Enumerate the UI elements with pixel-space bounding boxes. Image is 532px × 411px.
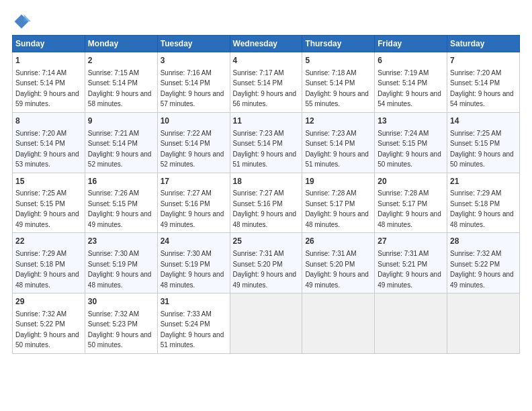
day-cell bbox=[230, 293, 302, 354]
col-header-thursday: Thursday bbox=[302, 36, 375, 52]
day-detail: Sunrise: 7:19 AMSunset: 5:14 PMDaylight:… bbox=[378, 69, 441, 108]
week-row-5: 29Sunrise: 7:32 AMSunset: 5:22 PMDayligh… bbox=[13, 293, 520, 354]
day-cell: 16Sunrise: 7:26 AMSunset: 5:15 PMDayligh… bbox=[85, 173, 157, 233]
day-cell: 13Sunrise: 7:24 AMSunset: 5:15 PMDayligh… bbox=[375, 112, 447, 173]
day-detail: Sunrise: 7:27 AMSunset: 5:16 PMDaylight:… bbox=[233, 189, 297, 228]
day-detail: Sunrise: 7:20 AMSunset: 5:14 PMDaylight:… bbox=[15, 130, 79, 169]
day-cell: 6Sunrise: 7:19 AMSunset: 5:14 PMDaylight… bbox=[375, 52, 447, 113]
logo-icon bbox=[12, 12, 31, 31]
day-cell: 31Sunrise: 7:33 AMSunset: 5:24 PMDayligh… bbox=[157, 293, 230, 354]
day-cell: 22Sunrise: 7:29 AMSunset: 5:18 PMDayligh… bbox=[13, 233, 85, 293]
day-cell: 3Sunrise: 7:16 AMSunset: 5:14 PMDaylight… bbox=[157, 52, 230, 113]
calendar-page: SundayMondayTuesdayWednesdayThursdayFrid… bbox=[0, 0, 532, 411]
day-number: 16 bbox=[88, 176, 154, 187]
day-cell: 15Sunrise: 7:25 AMSunset: 5:15 PMDayligh… bbox=[13, 173, 85, 233]
day-cell: 28Sunrise: 7:32 AMSunset: 5:22 PMDayligh… bbox=[447, 233, 520, 293]
day-number: 30 bbox=[88, 296, 154, 308]
day-cell: 29Sunrise: 7:32 AMSunset: 5:22 PMDayligh… bbox=[13, 293, 85, 354]
col-header-saturday: Saturday bbox=[447, 36, 520, 52]
day-cell: 5Sunrise: 7:18 AMSunset: 5:14 PMDaylight… bbox=[302, 52, 375, 113]
day-number: 13 bbox=[378, 116, 444, 127]
day-number: 1 bbox=[15, 55, 82, 66]
day-cell: 26Sunrise: 7:31 AMSunset: 5:20 PMDayligh… bbox=[302, 233, 375, 293]
day-cell: 14Sunrise: 7:25 AMSunset: 5:15 PMDayligh… bbox=[447, 112, 520, 173]
day-number: 21 bbox=[450, 176, 517, 187]
day-cell: 10Sunrise: 7:22 AMSunset: 5:14 PMDayligh… bbox=[157, 112, 230, 173]
day-detail: Sunrise: 7:31 AMSunset: 5:20 PMDaylight:… bbox=[233, 250, 297, 289]
day-detail: Sunrise: 7:33 AMSunset: 5:24 PMDaylight:… bbox=[161, 310, 224, 349]
day-cell bbox=[447, 293, 520, 354]
day-number: 26 bbox=[305, 236, 371, 247]
week-row-3: 15Sunrise: 7:25 AMSunset: 5:15 PMDayligh… bbox=[13, 173, 520, 233]
day-detail: Sunrise: 7:32 AMSunset: 5:22 PMDaylight:… bbox=[450, 250, 514, 289]
day-cell: 17Sunrise: 7:27 AMSunset: 5:16 PMDayligh… bbox=[157, 173, 230, 233]
day-number: 8 bbox=[15, 116, 82, 127]
day-detail: Sunrise: 7:29 AMSunset: 5:18 PMDaylight:… bbox=[450, 189, 514, 228]
day-number: 17 bbox=[161, 176, 227, 187]
day-detail: Sunrise: 7:16 AMSunset: 5:14 PMDaylight:… bbox=[161, 69, 224, 108]
day-number: 18 bbox=[233, 176, 300, 187]
day-detail: Sunrise: 7:31 AMSunset: 5:20 PMDaylight:… bbox=[305, 250, 369, 289]
day-cell: 11Sunrise: 7:23 AMSunset: 5:14 PMDayligh… bbox=[230, 112, 302, 173]
day-detail: Sunrise: 7:30 AMSunset: 5:19 PMDaylight:… bbox=[161, 250, 224, 289]
week-row-2: 8Sunrise: 7:20 AMSunset: 5:14 PMDaylight… bbox=[13, 112, 520, 173]
day-detail: Sunrise: 7:24 AMSunset: 5:15 PMDaylight:… bbox=[378, 130, 441, 169]
header bbox=[12, 12, 520, 31]
day-number: 3 bbox=[161, 55, 227, 66]
day-detail: Sunrise: 7:25 AMSunset: 5:15 PMDaylight:… bbox=[450, 130, 514, 169]
day-cell: 21Sunrise: 7:29 AMSunset: 5:18 PMDayligh… bbox=[447, 173, 520, 233]
day-detail: Sunrise: 7:27 AMSunset: 5:16 PMDaylight:… bbox=[161, 189, 224, 228]
day-cell: 4Sunrise: 7:17 AMSunset: 5:14 PMDaylight… bbox=[230, 52, 302, 113]
day-cell: 24Sunrise: 7:30 AMSunset: 5:19 PMDayligh… bbox=[157, 233, 230, 293]
week-row-4: 22Sunrise: 7:29 AMSunset: 5:18 PMDayligh… bbox=[13, 233, 520, 293]
logo bbox=[12, 12, 34, 31]
day-detail: Sunrise: 7:21 AMSunset: 5:14 PMDaylight:… bbox=[88, 130, 152, 169]
day-number: 24 bbox=[161, 236, 227, 247]
day-detail: Sunrise: 7:28 AMSunset: 5:17 PMDaylight:… bbox=[378, 189, 441, 228]
day-number: 15 bbox=[15, 176, 82, 187]
day-number: 5 bbox=[305, 55, 371, 66]
day-number: 19 bbox=[305, 176, 371, 187]
day-number: 11 bbox=[233, 116, 300, 127]
day-number: 10 bbox=[161, 116, 227, 127]
day-number: 29 bbox=[15, 296, 82, 308]
day-number: 7 bbox=[450, 55, 517, 66]
day-number: 12 bbox=[305, 116, 371, 127]
day-detail: Sunrise: 7:17 AMSunset: 5:14 PMDaylight:… bbox=[233, 69, 297, 108]
header-row: SundayMondayTuesdayWednesdayThursdayFrid… bbox=[13, 36, 520, 52]
day-number: 23 bbox=[88, 236, 154, 247]
day-number: 9 bbox=[88, 116, 154, 127]
day-detail: Sunrise: 7:23 AMSunset: 5:14 PMDaylight:… bbox=[305, 130, 369, 169]
week-row-1: 1Sunrise: 7:14 AMSunset: 5:14 PMDaylight… bbox=[13, 52, 520, 113]
day-detail: Sunrise: 7:29 AMSunset: 5:18 PMDaylight:… bbox=[15, 250, 79, 289]
col-header-monday: Monday bbox=[85, 36, 157, 52]
day-number: 20 bbox=[378, 176, 444, 187]
day-number: 25 bbox=[233, 236, 300, 247]
day-detail: Sunrise: 7:28 AMSunset: 5:17 PMDaylight:… bbox=[305, 189, 369, 228]
col-header-sunday: Sunday bbox=[13, 36, 85, 52]
day-cell: 23Sunrise: 7:30 AMSunset: 5:19 PMDayligh… bbox=[85, 233, 157, 293]
day-cell: 27Sunrise: 7:31 AMSunset: 5:21 PMDayligh… bbox=[375, 233, 447, 293]
day-cell: 20Sunrise: 7:28 AMSunset: 5:17 PMDayligh… bbox=[375, 173, 447, 233]
day-number: 27 bbox=[378, 236, 444, 247]
day-detail: Sunrise: 7:32 AMSunset: 5:22 PMDaylight:… bbox=[15, 310, 79, 349]
day-cell: 9Sunrise: 7:21 AMSunset: 5:14 PMDaylight… bbox=[85, 112, 157, 173]
day-detail: Sunrise: 7:23 AMSunset: 5:14 PMDaylight:… bbox=[233, 130, 297, 169]
col-header-wednesday: Wednesday bbox=[230, 36, 302, 52]
day-number: 14 bbox=[450, 116, 517, 127]
day-detail: Sunrise: 7:31 AMSunset: 5:21 PMDaylight:… bbox=[378, 250, 441, 289]
col-header-friday: Friday bbox=[375, 36, 447, 52]
day-detail: Sunrise: 7:26 AMSunset: 5:15 PMDaylight:… bbox=[88, 189, 152, 228]
day-detail: Sunrise: 7:25 AMSunset: 5:15 PMDaylight:… bbox=[15, 189, 79, 228]
day-cell bbox=[302, 293, 375, 354]
day-detail: Sunrise: 7:22 AMSunset: 5:14 PMDaylight:… bbox=[161, 130, 224, 169]
day-number: 6 bbox=[378, 55, 444, 66]
day-number: 4 bbox=[233, 55, 300, 66]
day-cell: 19Sunrise: 7:28 AMSunset: 5:17 PMDayligh… bbox=[302, 173, 375, 233]
day-detail: Sunrise: 7:14 AMSunset: 5:14 PMDaylight:… bbox=[15, 69, 79, 108]
day-number: 28 bbox=[450, 236, 517, 247]
day-cell: 25Sunrise: 7:31 AMSunset: 5:20 PMDayligh… bbox=[230, 233, 302, 293]
day-detail: Sunrise: 7:18 AMSunset: 5:14 PMDaylight:… bbox=[305, 69, 369, 108]
day-number: 2 bbox=[88, 55, 154, 66]
day-detail: Sunrise: 7:20 AMSunset: 5:14 PMDaylight:… bbox=[450, 69, 514, 108]
